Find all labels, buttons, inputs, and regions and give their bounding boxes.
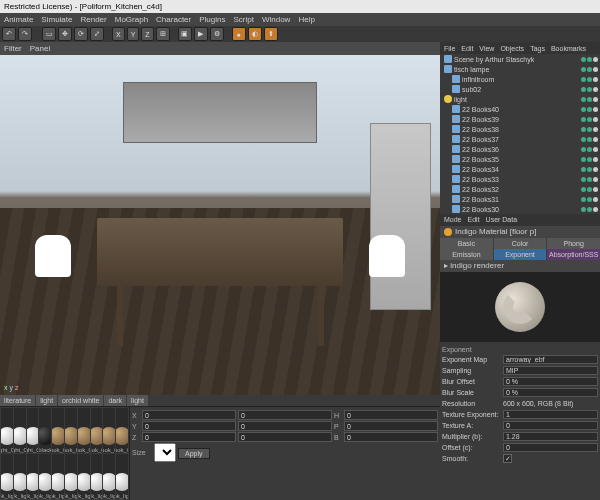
smooth-checkbox[interactable]: [503, 454, 512, 463]
rot-p-field[interactable]: [344, 421, 438, 431]
scale-tool[interactable]: ⤢: [90, 27, 104, 41]
material-swatch[interactable]: light_00: [1, 408, 13, 453]
tree-row[interactable]: 22 Books30: [440, 204, 600, 214]
move-tool[interactable]: ✥: [58, 27, 72, 41]
mattab-exponent[interactable]: Exponent: [494, 249, 547, 260]
tree-row[interactable]: Scene by Arthur Staschyk: [440, 54, 600, 64]
om-view-menu[interactable]: View: [479, 45, 494, 52]
tree-row[interactable]: light: [440, 94, 600, 104]
size-y-field[interactable]: [238, 421, 332, 431]
indigo-export-button[interactable]: ⬆: [264, 27, 278, 41]
tree-row[interactable]: 22 Books31: [440, 194, 600, 204]
material-swatch[interactable]: book_light_: [27, 454, 39, 499]
material-swatch[interactable]: black: [39, 408, 51, 453]
render-view-button[interactable]: ▣: [178, 27, 192, 41]
tree-row[interactable]: infinitroom: [440, 74, 600, 84]
mat-tab-light2[interactable]: light: [127, 395, 148, 406]
material-swatch[interactable]: light_02: [27, 408, 39, 453]
mat-tab-literature[interactable]: literature: [0, 395, 35, 406]
tree-row[interactable]: 22 Books36: [440, 144, 600, 154]
menu-character[interactable]: Character: [156, 15, 191, 24]
mattab-absorption[interactable]: Absorption/SSS: [547, 249, 600, 260]
rotate-tool[interactable]: ⟳: [74, 27, 88, 41]
apply-button[interactable]: Apply: [178, 448, 210, 459]
blur-offset-field[interactable]: [503, 377, 598, 386]
texture-exponent-field[interactable]: [503, 410, 598, 419]
redo-button[interactable]: ↷: [18, 27, 32, 41]
material-swatch[interactable]: book_light_: [1, 454, 13, 499]
tree-row[interactable]: 22 Books40: [440, 104, 600, 114]
tree-row[interactable]: 22 Books38: [440, 124, 600, 134]
perspective-viewport[interactable]: x y z: [0, 55, 440, 395]
menu-render[interactable]: Render: [80, 15, 106, 24]
material-swatch[interactable]: book_light_: [14, 454, 26, 499]
menu-plugins[interactable]: Plugins: [199, 15, 225, 24]
tree-row[interactable]: 22 Books33: [440, 174, 600, 184]
menu-simulate[interactable]: Simulate: [41, 15, 72, 24]
tree-row[interactable]: 22 Books32: [440, 184, 600, 194]
tree-row[interactable]: 22 Books35: [440, 154, 600, 164]
size-mode-select[interactable]: [154, 443, 176, 462]
size-z-field[interactable]: [238, 432, 332, 442]
pos-y-field[interactable]: [142, 421, 236, 431]
pos-z-field[interactable]: [142, 432, 236, 442]
tree-row[interactable]: 22 Books39: [440, 114, 600, 124]
material-swatch[interactable]: book_light_: [65, 454, 77, 499]
material-swatch[interactable]: book_05: [78, 408, 90, 453]
mat-tab-light[interactable]: light: [36, 395, 57, 406]
material-swatch[interactable]: book_07: [116, 408, 128, 453]
rot-h-field[interactable]: [344, 410, 438, 420]
material-swatch[interactable]: book_light_: [78, 454, 90, 499]
menu-script[interactable]: Script: [233, 15, 253, 24]
am-userdata-menu[interactable]: User Data: [486, 214, 518, 226]
om-objects-menu[interactable]: Objects: [500, 45, 524, 52]
indigo-settings-button[interactable]: ◐: [248, 27, 262, 41]
am-mode-menu[interactable]: Mode: [444, 214, 462, 226]
menu-mograph[interactable]: MoGraph: [115, 15, 148, 24]
mattab-basic[interactable]: Basic: [440, 238, 493, 249]
material-swatch[interactable]: book_05: [91, 408, 103, 453]
om-bookmarks-menu[interactable]: Bookmarks: [551, 45, 586, 52]
texture-a-field[interactable]: [503, 421, 598, 430]
tree-row[interactable]: sub02: [440, 84, 600, 94]
material-preview[interactable]: [440, 272, 600, 342]
multiplier-field[interactable]: [503, 432, 598, 441]
blur-scale-field[interactable]: [503, 388, 598, 397]
material-swatch[interactable]: book_light_: [116, 454, 128, 499]
axis-x-toggle[interactable]: X: [112, 27, 125, 41]
material-swatch[interactable]: book_light_: [52, 454, 64, 499]
coord-toggle[interactable]: ⊞: [156, 27, 170, 41]
material-swatch[interactable]: book_03: [52, 408, 64, 453]
mat-tab-orchid[interactable]: orchid white: [58, 395, 103, 406]
viewport-panel-menu[interactable]: Panel: [30, 44, 50, 53]
sampling-field[interactable]: [503, 366, 598, 375]
axis-z-toggle[interactable]: Z: [141, 27, 153, 41]
object-tree[interactable]: Scene by Arthur Staschyktisch lampeinfin…: [440, 54, 600, 214]
indigo-render-button[interactable]: ●: [232, 27, 246, 41]
rot-b-field[interactable]: [344, 432, 438, 442]
tree-row[interactable]: 22 Books34: [440, 164, 600, 174]
mattab-color[interactable]: Color: [494, 238, 547, 249]
size-x-field[interactable]: [238, 410, 332, 420]
axis-y-toggle[interactable]: Y: [127, 27, 140, 41]
am-edit-menu[interactable]: Edit: [468, 214, 480, 226]
render-settings-button[interactable]: ⚙: [210, 27, 224, 41]
mattab-emission[interactable]: Emission: [440, 249, 493, 260]
offset-field[interactable]: [503, 443, 598, 452]
mattab-phong[interactable]: Phong: [547, 238, 600, 249]
tree-row[interactable]: tisch lampe: [440, 64, 600, 74]
material-swatch[interactable]: book_light_: [39, 454, 51, 499]
material-swatch[interactable]: book_light_: [103, 454, 115, 499]
exponent-map-field[interactable]: [503, 355, 598, 364]
tree-row[interactable]: 22 Books37: [440, 134, 600, 144]
render-button[interactable]: ▶: [194, 27, 208, 41]
om-file-menu[interactable]: File: [444, 45, 455, 52]
viewport-filter-menu[interactable]: Filter: [4, 44, 22, 53]
material-swatch[interactable]: book_06: [103, 408, 115, 453]
undo-button[interactable]: ↶: [2, 27, 16, 41]
menu-help[interactable]: Help: [298, 15, 314, 24]
mat-tab-dark[interactable]: dark: [104, 395, 126, 406]
om-edit-menu[interactable]: Edit: [461, 45, 473, 52]
material-swatch[interactable]: book_04: [65, 408, 77, 453]
pos-x-field[interactable]: [142, 410, 236, 420]
